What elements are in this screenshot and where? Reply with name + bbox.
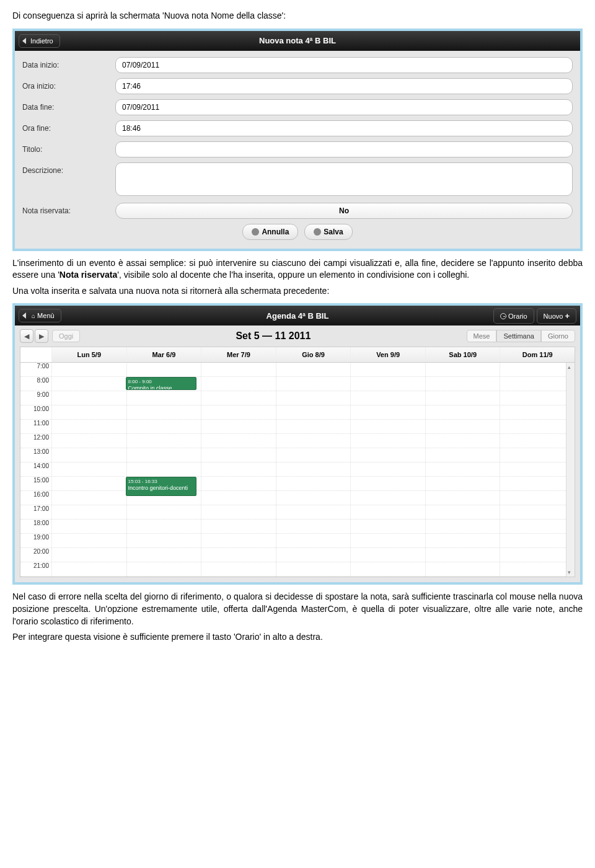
calendar-cell[interactable] — [201, 548, 276, 562]
calendar-cell[interactable] — [276, 434, 351, 448]
calendar-cell[interactable] — [126, 405, 201, 420]
calendar-cell[interactable] — [276, 477, 351, 491]
calendar-cell[interactable] — [51, 405, 126, 420]
calendar-cell[interactable] — [276, 562, 351, 577]
input-data-fine[interactable] — [115, 99, 573, 115]
calendar-body[interactable]: 7:008:009:0010:0011:0012:0013:0014:0015:… — [20, 363, 575, 577]
calendar-cell[interactable] — [500, 562, 575, 577]
scrollbar[interactable] — [566, 363, 575, 577]
back-button[interactable]: Indietro — [19, 34, 60, 48]
toggle-nota-riservata[interactable]: No — [115, 203, 573, 219]
calendar-cell[interactable] — [500, 534, 575, 548]
calendar-cell[interactable] — [500, 434, 575, 448]
calendar-cell[interactable] — [276, 405, 351, 420]
calendar-cell[interactable] — [425, 463, 500, 477]
calendar-cell[interactable] — [500, 448, 575, 463]
calendar-cell[interactable] — [276, 448, 351, 463]
calendar-cell[interactable] — [350, 434, 425, 448]
calendar-cell[interactable] — [425, 562, 500, 577]
calendar-cell[interactable] — [51, 477, 126, 491]
orario-button[interactable]: Orario — [493, 308, 534, 324]
tab-mese[interactable]: Mese — [467, 330, 497, 342]
calendar-cell[interactable] — [276, 491, 351, 505]
calendar-cell[interactable] — [425, 363, 500, 377]
calendar-cell[interactable] — [425, 548, 500, 562]
calendar-event[interactable]: 15:03 - 16:33Incontro genitori-docenti — [126, 477, 197, 495]
calendar-cell[interactable] — [126, 562, 201, 577]
calendar-cell[interactable] — [276, 505, 351, 520]
calendar-cell[interactable] — [500, 420, 575, 434]
calendar-cell[interactable] — [350, 377, 425, 391]
calendar-cell[interactable] — [425, 405, 500, 420]
nuovo-button[interactable]: Nuovo+ — [537, 308, 576, 324]
calendar-cell[interactable] — [425, 491, 500, 505]
calendar-cell[interactable] — [500, 548, 575, 562]
calendar-cell[interactable] — [51, 534, 126, 548]
save-button[interactable]: Salva — [304, 224, 352, 240]
calendar-cell[interactable] — [350, 363, 425, 377]
calendar-cell[interactable] — [201, 562, 276, 577]
calendar-cell[interactable] — [350, 477, 425, 491]
calendar-cell[interactable] — [425, 377, 500, 391]
calendar-cell[interactable] — [350, 391, 425, 405]
calendar-cell[interactable] — [425, 434, 500, 448]
calendar-cell[interactable] — [201, 420, 276, 434]
calendar-cell[interactable] — [126, 363, 201, 377]
calendar-cell[interactable] — [126, 463, 201, 477]
calendar-cell[interactable] — [500, 520, 575, 534]
calendar-cell[interactable] — [350, 448, 425, 463]
tab-settimana[interactable]: Settimana — [496, 330, 541, 342]
calendar-cell[interactable] — [126, 534, 201, 548]
calendar-cell[interactable] — [425, 420, 500, 434]
prev-button[interactable]: ◀ — [20, 329, 33, 343]
today-button[interactable]: Oggi — [52, 330, 80, 342]
calendar-cell[interactable] — [276, 534, 351, 548]
calendar-cell[interactable] — [276, 420, 351, 434]
calendar-cell[interactable] — [201, 391, 276, 405]
calendar-cell[interactable] — [51, 420, 126, 434]
calendar-cell[interactable] — [126, 391, 201, 405]
calendar-cell[interactable] — [51, 377, 126, 391]
calendar-cell[interactable] — [350, 562, 425, 577]
calendar-cell[interactable] — [201, 505, 276, 520]
calendar-cell[interactable] — [276, 520, 351, 534]
calendar-cell[interactable] — [500, 477, 575, 491]
calendar-cell[interactable] — [276, 463, 351, 477]
calendar-cell[interactable] — [51, 391, 126, 405]
calendar-cell[interactable] — [425, 477, 500, 491]
calendar-cell[interactable] — [276, 391, 351, 405]
calendar-cell[interactable] — [201, 363, 276, 377]
calendar-cell[interactable] — [51, 520, 126, 534]
calendar-cell[interactable] — [51, 562, 126, 577]
calendar-cell[interactable] — [201, 520, 276, 534]
calendar-cell[interactable] — [500, 391, 575, 405]
calendar-cell[interactable] — [126, 420, 201, 434]
tab-giorno[interactable]: Giorno — [541, 330, 575, 342]
calendar-cell[interactable] — [51, 434, 126, 448]
calendar-cell[interactable] — [500, 463, 575, 477]
calendar-cell[interactable] — [201, 491, 276, 505]
calendar-cell[interactable] — [500, 377, 575, 391]
calendar-cell[interactable] — [500, 405, 575, 420]
calendar-cell[interactable] — [51, 363, 126, 377]
calendar-cell[interactable] — [201, 448, 276, 463]
calendar-cell[interactable] — [51, 463, 126, 477]
calendar-cell[interactable] — [201, 534, 276, 548]
calendar-cell[interactable] — [201, 477, 276, 491]
cancel-button[interactable]: Annulla — [242, 224, 298, 240]
calendar-cell[interactable] — [276, 548, 351, 562]
calendar-cell[interactable] — [350, 405, 425, 420]
calendar-cell[interactable] — [126, 505, 201, 520]
calendar-cell[interactable] — [500, 363, 575, 377]
calendar-cell[interactable] — [276, 377, 351, 391]
next-button[interactable]: ▶ — [35, 329, 48, 343]
input-ora-fine[interactable] — [115, 120, 573, 136]
calendar-cell[interactable] — [51, 505, 126, 520]
calendar-cell[interactable] — [500, 505, 575, 520]
calendar-cell[interactable] — [350, 534, 425, 548]
calendar-cell[interactable] — [350, 520, 425, 534]
calendar-event[interactable]: 8:00 - 9:00Compito in classe — [126, 377, 197, 390]
calendar-cell[interactable] — [500, 491, 575, 505]
calendar-cell[interactable] — [425, 448, 500, 463]
calendar-cell[interactable] — [350, 491, 425, 505]
